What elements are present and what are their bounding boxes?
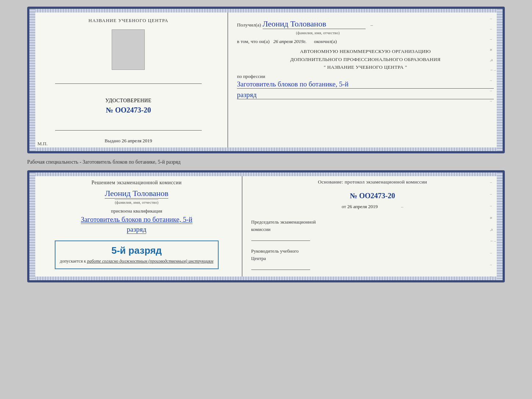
document-1: НАЗВАНИЕ УЧЕБНОГО ЦЕНТРА УДОСТОВЕРЕНИЕ №… bbox=[27, 7, 505, 153]
stamp-italic: работе согласно должностным (производств… bbox=[87, 259, 213, 264]
ot-label: от bbox=[342, 204, 346, 209]
ot-line: от 26 апреля 2019 – bbox=[251, 204, 494, 210]
org-block: АВТОНОМНУЮ НЕКОММЕРЧЕСКУЮ ОРГАНИЗАЦИЮ ДО… bbox=[237, 47, 494, 71]
doc1-school-name: НАЗВАНИЕ УЧЕБНОГО ЦЕНТРА bbox=[89, 18, 168, 24]
stamp-sub: допускается к работе согласно должностны… bbox=[60, 259, 213, 264]
chairman-block: Председатель экзаменационной комиссии bbox=[251, 218, 494, 241]
doc2-left-panel: Решением экзаменационной комиссии Леонид… bbox=[29, 172, 242, 280]
vydano-label: Выдано bbox=[105, 138, 121, 143]
org-line3: " НАЗВАНИЕ УЧЕБНОГО ЦЕНТРА " bbox=[237, 63, 494, 71]
received-prefix: Получил(а) bbox=[237, 22, 261, 28]
org-line1: АВТОНОМНУЮ НЕКОММЕРЧЕСКУЮ ОРГАНИЗАЦИЮ bbox=[237, 47, 494, 56]
cert-title: УДОСТОВЕРЕНИЕ bbox=[105, 98, 152, 104]
stamp-box: 5-й разряд допускается к работе согласно… bbox=[55, 241, 219, 269]
resheniem-text: Решением экзаменационной комиссии bbox=[91, 180, 182, 186]
photo-placeholder bbox=[112, 29, 145, 70]
org-line2: ДОПОЛНИТЕЛЬНОГО ПРОФЕССИОНАЛЬНОГО ОБРАЗО… bbox=[237, 56, 494, 64]
chairman-sign-line bbox=[251, 235, 310, 241]
vtom-text: в том, что он(а) bbox=[237, 39, 270, 44]
ruk-sign-line bbox=[251, 264, 310, 270]
chairman-line2: комиссии bbox=[251, 226, 494, 233]
po-professii-label: по профессии bbox=[237, 74, 494, 79]
stamp-dopusk: допускается к bbox=[60, 259, 86, 264]
right-decorations-2: –––и,а←–––– bbox=[490, 180, 496, 278]
document-2: Решением экзаменационной комиссии Леонид… bbox=[27, 170, 505, 282]
ot-date: 26 апреля 2019 bbox=[347, 204, 378, 209]
osnov-text: Основание: протокол экзаменационной коми… bbox=[251, 179, 494, 185]
fio-label-2: (фамилия, имя, отчество) bbox=[115, 199, 158, 204]
protocol-number: № OO2473-20 bbox=[251, 192, 494, 200]
professiya-value: Заготовитель блоков по ботанике, 5-й bbox=[237, 80, 494, 89]
okончил: окончил(а) bbox=[314, 39, 337, 44]
vtom-line: в том, что он(а) 26 апреля 2019г. окончи… bbox=[237, 39, 494, 44]
received-name: Леонид Толованов bbox=[263, 19, 366, 29]
cert-number: № OO2473-20 bbox=[106, 106, 151, 114]
ruk-line2: Центра bbox=[251, 255, 494, 262]
vydano-date: 26 апреля 2019 bbox=[122, 138, 152, 143]
chairman-line1: Председатель экзаменационной bbox=[251, 218, 494, 226]
vtom-date: 26 апреля 2019г. bbox=[273, 39, 306, 44]
spine-right-2 bbox=[497, 172, 503, 280]
prisvoyena-label: присвоена квалификация bbox=[111, 208, 162, 214]
ruk-block: Руководитель учебного Центра bbox=[251, 247, 494, 270]
doc1-right-panel: Получил(а) Леонид Толованов – (фамилия, … bbox=[228, 9, 503, 151]
signature-line-2 bbox=[55, 124, 202, 131]
spine-right-1 bbox=[497, 9, 503, 151]
between-sections-label: Рабочая специальность - Заготовитель бло… bbox=[27, 158, 505, 166]
doc2-right-panel: Основание: протокол экзаменационной коми… bbox=[242, 172, 503, 280]
person-name-big: Леонид Толованов bbox=[105, 189, 168, 199]
fio-label-1: (фамилия, имя, отчество) bbox=[266, 31, 369, 35]
stamp-main-text: 5-й разряд bbox=[60, 245, 213, 256]
doc1-left-panel: НАЗВАНИЕ УЧЕБНОГО ЦЕНТРА УДОСТОВЕРЕНИЕ №… bbox=[29, 9, 228, 151]
right-decorations: –––и,а←–––– bbox=[490, 16, 496, 103]
mp-label: М.П. bbox=[37, 141, 47, 147]
razryad-value: разряд bbox=[237, 91, 494, 99]
vydano-row: Выдано 26 апреля 2019 bbox=[105, 138, 152, 144]
razryad2-value: разряд bbox=[127, 225, 146, 234]
signature-line-1 bbox=[55, 77, 202, 84]
kval-value: Заготовитель блоков по ботанике, 5-й bbox=[81, 215, 193, 224]
ruk-line1: Руководитель учебного bbox=[251, 247, 494, 255]
